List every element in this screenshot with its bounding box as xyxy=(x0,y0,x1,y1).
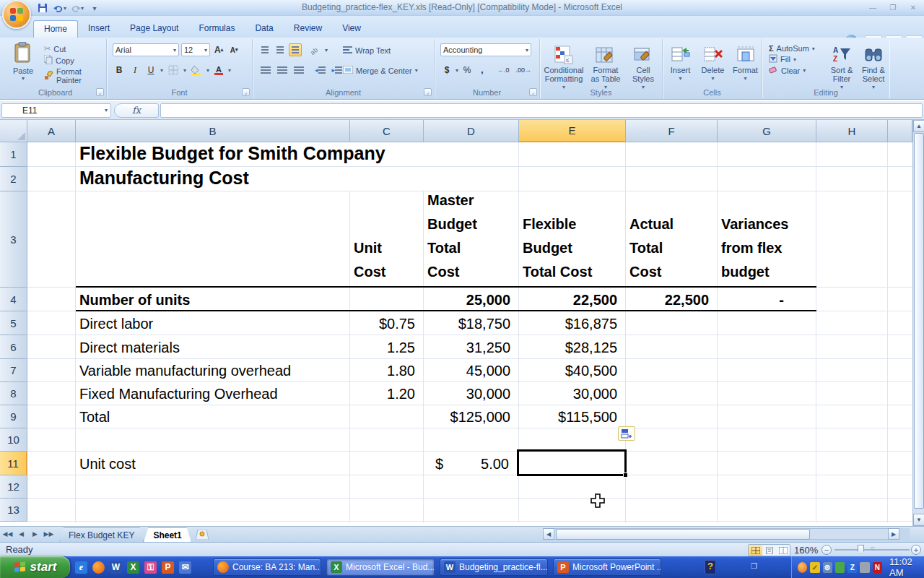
decrease-indent-icon[interactable]: ◂ xyxy=(313,64,328,77)
redo-icon[interactable]: ▾ xyxy=(71,2,84,14)
cell-C5[interactable]: $0.75 xyxy=(350,311,424,335)
insert-worksheet-icon[interactable] xyxy=(193,528,212,541)
paste-options-smart-tag-icon[interactable] xyxy=(618,426,635,441)
cell-B2[interactable]: Manufacturing Cost xyxy=(76,167,424,191)
insert-cells-button[interactable]: Insert▾ xyxy=(664,42,697,83)
sheet-tab-flex-budget-key[interactable]: Flex Budget KEY xyxy=(59,527,144,542)
prev-sheet-icon[interactable]: ◀ xyxy=(15,528,27,540)
underline-button[interactable]: U xyxy=(144,64,157,77)
cell-D4[interactable]: 25,000 xyxy=(424,288,519,311)
z-app-icon[interactable]: Z xyxy=(847,562,857,573)
cell-B4[interactable]: Number of units xyxy=(76,288,350,311)
top-align-icon[interactable] xyxy=(258,43,271,56)
minimize-icon[interactable]: — xyxy=(863,3,882,13)
conditional-formatting-button[interactable]: ≤ Conditional Formatting▾ xyxy=(541,42,586,92)
cell-B6[interactable]: Direct materials xyxy=(76,335,350,358)
wrench-icon[interactable]: ⚙ xyxy=(823,562,832,573)
zoom-in-icon[interactable]: + xyxy=(911,545,921,555)
cell-styles-button[interactable]: Cell Styles▾ xyxy=(625,42,661,92)
excel-icon[interactable]: X xyxy=(127,561,139,574)
cell-A3[interactable] xyxy=(27,191,76,287)
font-color-icon[interactable]: A xyxy=(212,64,225,77)
row-header-2[interactable]: 2 xyxy=(0,167,27,191)
percent-style-icon[interactable]: % xyxy=(461,64,474,77)
cell-E8[interactable]: 30,000 xyxy=(519,382,626,405)
help-question-icon[interactable]: ? xyxy=(705,560,716,574)
tab-split-handle[interactable] xyxy=(899,528,910,540)
cell-A10[interactable] xyxy=(27,428,76,451)
cell-A12[interactable] xyxy=(27,475,76,498)
tab-data[interactable]: Data xyxy=(245,20,283,38)
cell-C11[interactable] xyxy=(350,452,424,475)
next-sheet-icon[interactable]: ▶ xyxy=(29,528,41,540)
find-select-button[interactable]: Find & Select▾ xyxy=(858,42,889,92)
powerpoint-icon[interactable]: P xyxy=(162,561,174,574)
cell-E6[interactable]: $28,125 xyxy=(519,335,626,358)
formula-input[interactable] xyxy=(160,103,923,118)
font-dialog-launcher-icon[interactable]: ⌟ xyxy=(242,88,250,96)
format-as-table-button[interactable]: Format as Table▾ xyxy=(586,42,625,92)
cell-C3[interactable]: Unit Cost xyxy=(350,191,424,287)
decrease-decimal-icon[interactable]: .00→ xyxy=(514,64,534,77)
page-layout-view-icon[interactable] xyxy=(762,545,776,556)
qat-customize-icon[interactable]: ▾ xyxy=(88,2,101,14)
wrap-text-button[interactable]: Wrap Text xyxy=(341,45,393,56)
scroll-down-icon[interactable]: ▼ xyxy=(913,514,924,526)
save-icon[interactable] xyxy=(36,2,49,14)
cell-A5[interactable] xyxy=(27,311,76,335)
orientation-icon[interactable]: ab xyxy=(308,43,323,56)
taskbar-collapse-icon[interactable]: ❐ xyxy=(751,562,757,570)
zoom-level[interactable]: 160% xyxy=(794,545,818,556)
fill-button[interactable]: Fill▾ xyxy=(767,53,817,65)
first-sheet-icon[interactable]: ◀◀ xyxy=(1,528,14,540)
col-header-E[interactable]: E xyxy=(519,120,626,142)
grow-font-icon[interactable]: A▴ xyxy=(212,43,225,56)
normal-view-icon[interactable] xyxy=(749,545,762,556)
borders-icon[interactable] xyxy=(166,64,180,77)
green-app-icon[interactable] xyxy=(835,562,845,573)
vertical-scrollbar[interactable]: ▲ ▼ xyxy=(912,120,924,526)
cell-C6[interactable]: 1.25 xyxy=(350,335,424,358)
align-right-icon[interactable] xyxy=(292,64,306,77)
select-all-corner[interactable] xyxy=(0,120,27,142)
cell-D6[interactable]: 31,250 xyxy=(424,335,519,358)
scroll-up-icon[interactable]: ▲ xyxy=(913,120,924,132)
row-header-4[interactable]: 4 xyxy=(0,288,27,311)
autosum-button[interactable]: Σ AutoSum▾ xyxy=(767,43,817,53)
cell-B11[interactable]: Unit cost xyxy=(76,452,350,475)
row-header-12[interactable]: 12 xyxy=(0,475,27,499)
tray-app-icon[interactable] xyxy=(798,562,807,573)
sheet-tab-sheet1[interactable]: Sheet1 xyxy=(144,527,191,542)
row-header-11[interactable]: 11 xyxy=(0,452,27,475)
restore-icon[interactable]: ❐ xyxy=(884,3,902,13)
format-cells-button[interactable]: Format▾ xyxy=(729,42,762,83)
name-box-dropdown-icon[interactable]: ▾ xyxy=(105,107,108,113)
taskbar-button-powerpoint[interactable]: P Microsoft PowerPoint ... xyxy=(553,558,661,576)
cell-A4[interactable] xyxy=(27,288,76,311)
cell-E7[interactable]: $40,500 xyxy=(519,359,626,381)
col-header-H[interactable]: H xyxy=(816,120,888,142)
cell-E5[interactable]: $16,875 xyxy=(519,311,626,335)
bold-button[interactable]: B xyxy=(113,64,126,77)
row-header-1[interactable]: 1 xyxy=(0,142,27,167)
cell-D7[interactable]: 45,000 xyxy=(424,359,519,381)
firefox-icon[interactable] xyxy=(92,561,105,574)
cell-B9[interactable]: Total xyxy=(76,405,350,428)
align-left-icon[interactable] xyxy=(258,64,273,77)
outlook-icon[interactable]: ✉ xyxy=(179,561,191,574)
shrink-font-icon[interactable]: A▾ xyxy=(227,43,240,56)
number-dialog-launcher-icon[interactable]: ⌟ xyxy=(529,88,537,96)
row-header-9[interactable]: 9 xyxy=(0,405,27,428)
copy-button[interactable]: Copy xyxy=(42,54,106,66)
word-icon[interactable]: W xyxy=(110,561,122,574)
row-header-10[interactable]: 10 xyxy=(0,428,27,452)
row-header-7[interactable]: 7 xyxy=(0,359,27,382)
row-header-3[interactable]: 3 xyxy=(0,191,27,288)
cell-C7[interactable]: 1.80 xyxy=(350,359,424,381)
cell-D3[interactable]: Master Budget Total Cost xyxy=(424,191,519,287)
bottom-align-icon[interactable] xyxy=(289,43,302,56)
key-icon[interactable]: ⚿ xyxy=(144,561,157,574)
page-break-preview-icon[interactable] xyxy=(776,545,790,556)
vertical-scroll-thumb[interactable] xyxy=(914,133,924,509)
cell-D5[interactable]: $18,750 xyxy=(424,311,519,335)
